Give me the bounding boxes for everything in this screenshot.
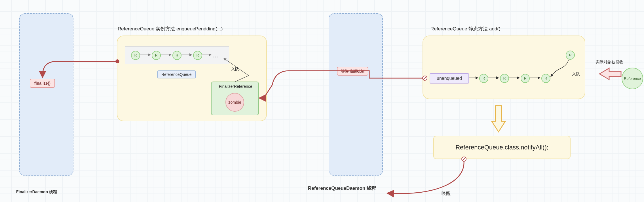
notify-all-text: ReferenceQueue.class.notifyAll(); (455, 144, 548, 151)
reference-queue-badge: ReferenceQueue (157, 70, 196, 78)
right-node-2: R (500, 74, 509, 83)
notify-all-box: ReferenceQueue.class.notifyAll(); (433, 136, 571, 159)
right-node-1: R (479, 74, 488, 83)
connectors-svg (0, 0, 644, 202)
finalize-call-label: finalize() (34, 81, 50, 86)
external-reference-caption: 实际对象被回收 (596, 60, 623, 65)
right-panel-title: ReferenceQueue 静态方法 add() (430, 26, 501, 32)
queue-node-1: R (131, 51, 140, 60)
unenqueued-box: unenqueued (430, 73, 469, 84)
right-node-4: R (541, 74, 550, 83)
right-node-3: R (521, 74, 530, 83)
queue-ellipsis: … (213, 52, 218, 59)
wait-wake-label: 等待-唤醒机制 (337, 67, 368, 76)
queue-node-3: R (172, 51, 181, 60)
incoming-node: R (566, 51, 575, 60)
queue-node-4: R (193, 51, 202, 60)
right-enqueue-label: 入队 (572, 72, 580, 77)
finalize-call-box: finalize() (30, 79, 55, 88)
refqueue-daemon-thread-box (329, 13, 383, 176)
left-panel-title: ReferenceQueue 实例方法 enqueuePendding(...) (118, 26, 223, 32)
right-panel (423, 36, 585, 99)
wake-label: 唤醒 (442, 191, 451, 197)
finalizer-daemon-thread-box (19, 13, 73, 176)
refqueue-daemon-caption: ReferenceQueueDaemon 线程 (308, 185, 376, 191)
queue-node-2: R (152, 51, 161, 60)
finalizer-daemon-caption: FinalizerDaemon 线程 (16, 189, 57, 195)
finalizer-reference-title: FinalizerReference (219, 84, 252, 89)
zombie-circle: zombie (225, 93, 244, 112)
left-enqueue-label: 入队 (231, 67, 239, 72)
external-reference-circle: Reference (622, 68, 643, 89)
